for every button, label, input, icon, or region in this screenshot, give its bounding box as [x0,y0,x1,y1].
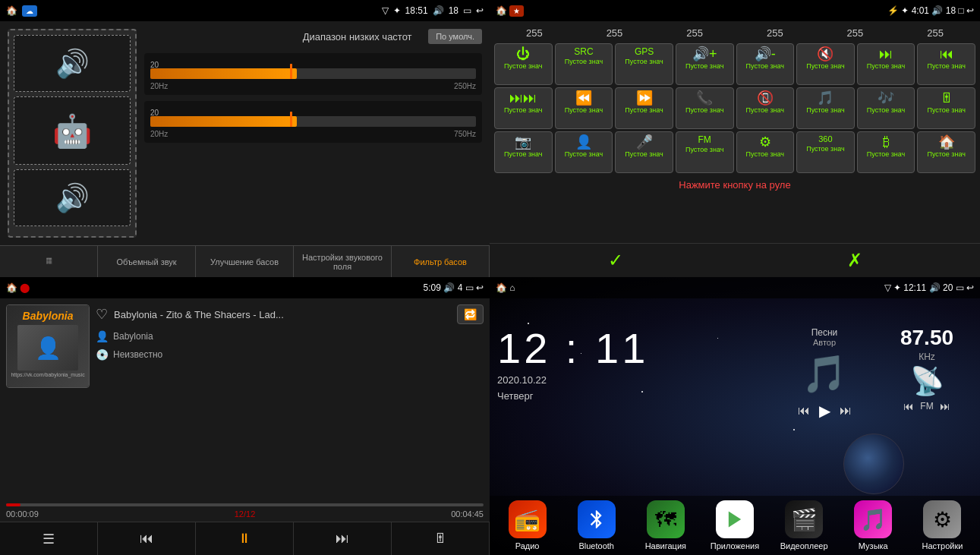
signal-icon: ▽ [382,5,389,16]
next-track-icon: ⏭ [879,47,893,61]
pause-icon: ⏸ [238,531,251,547]
btn-vol-up[interactable]: 🔊+ Пустое знач [676,43,734,85]
btn-power[interactable]: ⏻ Пустое знач [494,43,553,85]
slider2-bg [150,116,476,127]
btn-music2[interactable]: 🎶 Пустое знач [857,87,915,129]
bl-status-bar: 🏠 ⬤ 5:09 🔊 4 ▭ ↩ [0,277,490,298]
album-icon: 💿 [96,348,109,361]
tab-bass-boost[interactable]: Улучшение басов [196,246,294,277]
apps-app-label: Приложения [711,541,759,550]
speaker-bottom-icon: 🔊 [55,182,90,214]
slider2-freq-labels: 20Hz 750Hz [150,130,476,138]
btn-settings2[interactable]: ⚙ Пустое знач [736,131,795,173]
settings2-icon: ⚙ [759,135,771,149]
bl-home-icon: 🏠 [6,282,17,293]
date-display: 2020.10.22 [497,374,767,386]
br-signal: ▽ [884,282,891,293]
home-btn-icon: 🏠 [938,135,955,149]
btn-mic[interactable]: 🎤 Пустое знач [615,131,673,173]
clock-widget: 12 : 11 2020.10.22 Четверг [497,327,767,402]
app-music[interactable]: 🎵 Музыка [845,500,902,550]
btn-skip-fwd[interactable]: ⏭⏭ Пустое знач [494,87,553,129]
radio-antenna-icon: 📡 [910,365,944,397]
btn-person[interactable]: 👤 Пустое знач [555,131,613,173]
eq-main-content: 🔊 🤖 🔊 Диапазон низких частот По умолч. 2… [0,21,490,245]
radio-icon-symbol: 📻 [514,507,540,532]
tr-home-icon: 🏠 [496,5,507,16]
btn-src[interactable]: SRC Пустое знач [555,43,613,85]
music-player-panel: 🏠 ⬤ 5:09 🔊 4 ▭ ↩ Babylonia 👤 https://vk.… [0,277,490,555]
btn-fm[interactable]: FM Пустое знач [676,131,734,173]
radio-prev-btn[interactable]: ⏮ [903,400,914,412]
app-video[interactable]: 🎬 Видеоплеер [776,500,833,550]
btn-eq2-label: Пустое знач [927,106,966,114]
app-navigation[interactable]: 🗺 Навигация [637,500,694,550]
radio-frequency: 87.50 [900,327,953,348]
cancel-button[interactable]: ✗ [847,250,862,271]
nav-app-label: Навигация [645,541,686,550]
artist-icon: 👤 [96,330,109,342]
btn-gps[interactable]: GPS Пустое знач [615,43,673,85]
next-button[interactable]: ⏭ [294,522,392,555]
person-icon: 👤 [575,135,592,149]
btn-ff-label: Пустое знач [625,106,663,114]
prev-icon: ⏮ [140,531,153,547]
tab-eq-icon[interactable]: 𝄜 [0,246,98,277]
btn-cam[interactable]: 📷 Пустое знач [494,131,553,173]
pause-button[interactable]: ⏸ [196,522,294,555]
btn-call-reject[interactable]: 📵 Пустое знач [736,87,795,129]
bluetooth-symbol [586,509,607,530]
media-widget: Песни Автор 🎵 ⏮ ▶ ⏭ [775,327,874,420]
btn-eq2[interactable]: 🎚 Пустое знач [917,87,975,129]
svg-marker-0 [729,512,741,528]
btn-rew[interactable]: ⏪ Пустое знач [555,87,613,129]
br-battery: ▭ [956,282,964,293]
tab-soundfield[interactable]: Настройки звукового поля [294,246,392,277]
music-app-icon: 🎵 [854,500,892,538]
eq-button[interactable]: 🎚 [392,522,490,555]
btn-prev-track[interactable]: ⏮ Пустое знач [917,43,975,85]
media-play-btn[interactable]: ▶ [819,402,830,420]
media-next-btn[interactable]: ⏭ [840,404,852,418]
tl-time: 18:51 [405,5,428,16]
bl-status-dot: ⬤ [20,282,30,293]
btn-music1[interactable]: 🎵 Пустое знач [796,87,855,129]
default-button[interactable]: По умолч. [428,29,482,44]
btn-call-accept[interactable]: 📞 Пустое знач [676,87,734,129]
track-album-row: 💿 Неизвестно [96,348,484,361]
btn-settings2-label: Пустое знач [746,150,785,158]
confirm-button[interactable]: ✓ [608,250,623,271]
media-prev-btn[interactable]: ⏮ [798,404,810,418]
app-settings[interactable]: ⚙ Настройки [914,500,971,550]
btn-vol-down[interactable]: 🔊- Пустое знач [736,43,795,85]
app-applications[interactable]: Приложения [706,500,763,550]
tab-bass-filter[interactable]: Фильтр басов [392,246,490,277]
eq-sliders-container: 20 20Hz 250Hz 20 [144,53,482,143]
playlist-button[interactable]: ☰ [0,522,98,555]
progress-bar[interactable] [6,503,484,506]
repeat-button[interactable]: 🔁 [457,304,484,324]
clock-colon: : [566,324,595,372]
radio-next-btn[interactable]: ⏭ [940,400,950,412]
btn-mute[interactable]: 🔇 Пустое знач [796,43,855,85]
day-value: Четверг [497,390,533,402]
equalizer-panel: 🏠 ☁ ▽ ✦ 18:51 🔊 18 ▭ ↩ 🔊 🤖 🔊 [0,0,490,277]
heart-icon[interactable]: ♡ [96,306,108,323]
prev-button[interactable]: ⏮ [98,522,196,555]
btn-ff[interactable]: ⏩ Пустое знач [615,87,673,129]
btn-bluetooth[interactable]: ₿ Пустое знач [857,131,915,173]
btn-music1-label: Пустое знач [806,106,845,114]
btn-home[interactable]: 🏠 Пустое знач [917,131,975,173]
tab-surround[interactable]: Объемный звук [98,246,196,277]
app-bluetooth[interactable]: Bluetooth [568,500,625,550]
bluetooth-app-label: Bluetooth [578,541,613,550]
tr-screen-icon: □ [958,5,963,16]
btn-360[interactable]: 360 Пустое знач [796,131,855,173]
day-display: Четверг [497,390,767,402]
speaker-visualization: 🔊 🤖 🔊 [8,29,137,238]
track-info: ♡ Babylonia - Zito & The Shacers - Lad..… [96,304,484,361]
apps-app-icon [716,500,754,538]
btn-next-track[interactable]: ⏭ Пустое знач [857,43,915,85]
music-app-label: Музыка [859,541,888,550]
app-radio[interactable]: 📻 Радио [499,500,556,550]
